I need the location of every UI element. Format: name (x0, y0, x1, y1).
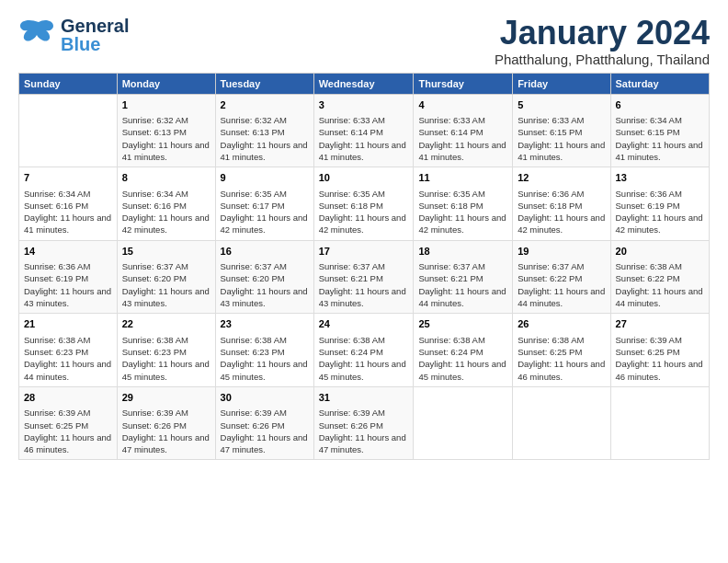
cell-text: Sunrise: 6:33 AM (418, 114, 507, 126)
cell-text: Sunset: 6:16 PM (24, 200, 112, 212)
weekday-header-tuesday: Tuesday (215, 73, 313, 94)
cell-text: Daylight: 11 hours and 45 minutes. (122, 358, 210, 383)
date-number: 10 (319, 171, 409, 185)
date-number: 8 (122, 171, 210, 185)
logo: General Blue (18, 15, 129, 55)
cell-text: Sunset: 6:18 PM (418, 200, 507, 212)
date-number: 17 (319, 245, 409, 259)
calendar-row-1: 7Sunrise: 6:34 AMSunset: 6:16 PMDaylight… (19, 167, 710, 241)
calendar-cell: 10Sunrise: 6:35 AMSunset: 6:18 PMDayligh… (313, 167, 414, 241)
cell-text: Sunset: 6:22 PM (616, 272, 704, 284)
calendar-cell: 19Sunrise: 6:37 AMSunset: 6:22 PMDayligh… (513, 240, 610, 314)
cell-text: Daylight: 11 hours and 42 minutes. (616, 212, 704, 236)
cell-text: Sunrise: 6:35 AM (418, 188, 507, 200)
calendar-cell: 30Sunrise: 6:39 AMSunset: 6:26 PMDayligh… (215, 386, 313, 460)
calendar-cell: 22Sunrise: 6:38 AMSunset: 6:23 PMDayligh… (117, 314, 215, 387)
calendar-cell: 1Sunrise: 6:32 AMSunset: 6:13 PMDaylight… (117, 94, 215, 167)
cell-text: Sunrise: 6:37 AM (221, 260, 309, 272)
cell-text: Daylight: 11 hours and 41 minutes. (518, 139, 605, 164)
cell-text: Sunrise: 6:39 AM (122, 407, 210, 419)
cell-text: Sunrise: 6:39 AM (221, 407, 309, 419)
calendar-cell: 7Sunrise: 6:34 AMSunset: 6:16 PMDaylight… (19, 167, 118, 241)
cell-text: Sunset: 6:24 PM (319, 346, 409, 358)
calendar-row-4: 28Sunrise: 6:39 AMSunset: 6:25 PMDayligh… (19, 386, 710, 460)
cell-text: Sunrise: 6:38 AM (319, 334, 409, 346)
date-number: 25 (418, 317, 507, 331)
date-number: 29 (122, 391, 210, 405)
date-number: 19 (518, 245, 605, 259)
cell-text: Sunrise: 6:33 AM (319, 114, 409, 126)
cell-text: Sunrise: 6:34 AM (24, 188, 112, 200)
cell-text: Sunset: 6:20 PM (122, 272, 210, 284)
cell-text: Sunrise: 6:37 AM (319, 260, 409, 272)
cell-text: Daylight: 11 hours and 41 minutes. (418, 139, 507, 164)
cell-text: Daylight: 11 hours and 42 minutes. (418, 212, 507, 236)
main-title: January 2024 (495, 15, 710, 52)
calendar-cell: 8Sunrise: 6:34 AMSunset: 6:16 PMDaylight… (117, 167, 215, 241)
weekday-header-wednesday: Wednesday (313, 73, 414, 94)
cell-text: Daylight: 11 hours and 45 minutes. (221, 358, 309, 383)
weekday-header-thursday: Thursday (414, 73, 513, 94)
cell-text: Daylight: 11 hours and 44 minutes. (24, 358, 112, 383)
calendar-cell: 25Sunrise: 6:38 AMSunset: 6:24 PMDayligh… (414, 314, 513, 387)
calendar-cell: 17Sunrise: 6:37 AMSunset: 6:21 PMDayligh… (313, 240, 414, 314)
cell-text: Sunrise: 6:38 AM (24, 334, 112, 346)
cell-text: Sunset: 6:25 PM (24, 419, 112, 431)
date-number: 15 (122, 245, 210, 259)
cell-text: Daylight: 11 hours and 43 minutes. (319, 285, 409, 310)
date-number: 4 (418, 98, 507, 112)
cell-text: Sunrise: 6:39 AM (24, 407, 112, 419)
date-number: 28 (24, 391, 112, 405)
cell-text: Daylight: 11 hours and 43 minutes. (122, 285, 210, 310)
calendar-cell: 11Sunrise: 6:35 AMSunset: 6:18 PMDayligh… (414, 167, 513, 241)
cell-text: Sunset: 6:25 PM (616, 346, 704, 358)
cell-text: Daylight: 11 hours and 42 minutes. (122, 212, 210, 236)
calendar-cell: 23Sunrise: 6:38 AMSunset: 6:23 PMDayligh… (215, 314, 313, 387)
weekday-header-sunday: Sunday (19, 73, 118, 94)
cell-text: Sunset: 6:24 PM (418, 346, 507, 358)
weekday-header-friday: Friday (513, 73, 610, 94)
cell-text: Sunrise: 6:39 AM (616, 334, 704, 346)
calendar-cell: 15Sunrise: 6:37 AMSunset: 6:20 PMDayligh… (117, 240, 215, 314)
calendar-cell: 14Sunrise: 6:36 AMSunset: 6:19 PMDayligh… (19, 240, 118, 314)
page: General Blue January 2024 Phatthalung, P… (0, 0, 728, 563)
logo-general: General (61, 17, 129, 35)
calendar-cell: 29Sunrise: 6:39 AMSunset: 6:26 PMDayligh… (117, 386, 215, 460)
cell-text: Daylight: 11 hours and 42 minutes. (221, 212, 309, 236)
calendar-cell (19, 94, 118, 167)
cell-text: Sunrise: 6:38 AM (418, 334, 507, 346)
cell-text: Sunset: 6:23 PM (24, 346, 112, 358)
cell-text: Sunrise: 6:33 AM (518, 114, 605, 126)
calendar-cell: 26Sunrise: 6:38 AMSunset: 6:25 PMDayligh… (513, 314, 610, 387)
header: General Blue January 2024 Phatthalung, P… (18, 15, 710, 67)
calendar-cell: 5Sunrise: 6:33 AMSunset: 6:15 PMDaylight… (513, 94, 610, 167)
cell-text: Sunset: 6:13 PM (221, 126, 309, 138)
date-number: 31 (319, 391, 409, 405)
calendar-cell: 27Sunrise: 6:39 AMSunset: 6:25 PMDayligh… (610, 314, 709, 387)
calendar-cell: 28Sunrise: 6:39 AMSunset: 6:25 PMDayligh… (19, 386, 118, 460)
cell-text: Sunrise: 6:37 AM (418, 260, 507, 272)
cell-text: Sunrise: 6:35 AM (221, 188, 309, 200)
date-number: 6 (616, 98, 704, 112)
date-number: 26 (518, 317, 605, 331)
cell-text: Sunset: 6:18 PM (518, 200, 605, 212)
cell-text: Sunrise: 6:36 AM (24, 260, 112, 272)
cell-text: Daylight: 11 hours and 44 minutes. (418, 285, 507, 310)
cell-text: Daylight: 11 hours and 47 minutes. (319, 431, 409, 456)
cell-text: Sunset: 6:21 PM (319, 272, 409, 284)
cell-text: Daylight: 11 hours and 47 minutes. (122, 431, 210, 456)
cell-text: Daylight: 11 hours and 47 minutes. (221, 431, 309, 456)
cell-text: Sunset: 6:22 PM (518, 272, 605, 284)
calendar-cell: 3Sunrise: 6:33 AMSunset: 6:14 PMDaylight… (313, 94, 414, 167)
cell-text: Sunset: 6:26 PM (221, 419, 309, 431)
cell-text: Sunrise: 6:38 AM (518, 334, 605, 346)
subtitle: Phatthalung, Phatthalung, Thailand (495, 52, 710, 67)
calendar-row-3: 21Sunrise: 6:38 AMSunset: 6:23 PMDayligh… (19, 314, 710, 387)
cell-text: Daylight: 11 hours and 41 minutes. (221, 139, 309, 164)
cell-text: Sunset: 6:25 PM (518, 346, 605, 358)
cell-text: Sunrise: 6:37 AM (518, 260, 605, 272)
date-number: 14 (24, 245, 112, 259)
calendar-cell: 31Sunrise: 6:39 AMSunset: 6:26 PMDayligh… (313, 386, 414, 460)
cell-text: Sunset: 6:23 PM (221, 346, 309, 358)
date-number: 21 (24, 317, 112, 331)
